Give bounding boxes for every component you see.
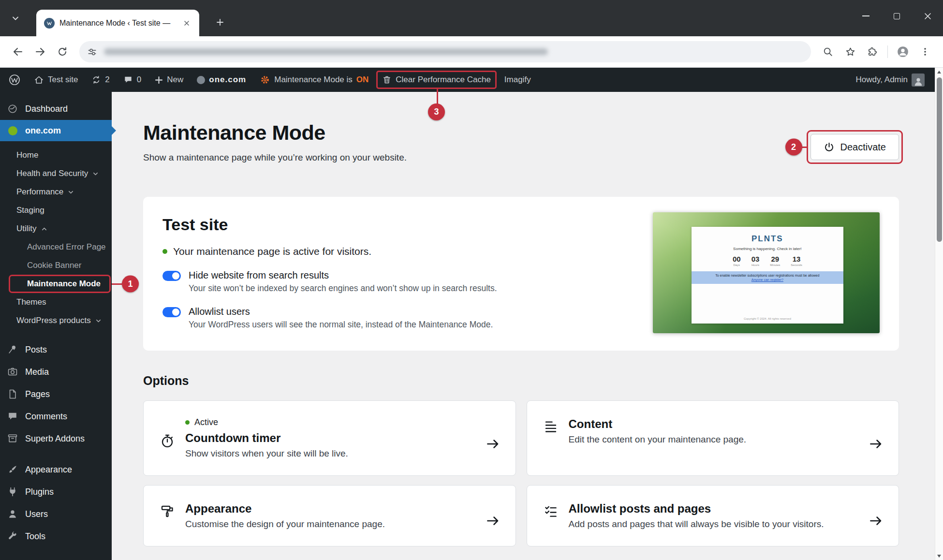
- minimize-button[interactable]: [850, 0, 881, 32]
- new-tab-button[interactable]: [211, 14, 229, 31]
- tab-close-icon[interactable]: [181, 17, 192, 29]
- sidebar-item-performance[interactable]: Performance: [0, 183, 112, 201]
- wp-sidebar: Dashboard one.com Home Health and Securi…: [0, 92, 112, 560]
- onecom-logo-icon: [197, 76, 205, 84]
- site-info-tune-icon[interactable]: [87, 47, 97, 57]
- sidebar-item-plugins[interactable]: Plugins: [0, 481, 112, 503]
- sidebar-item-superb-addons[interactable]: Superb Addons: [0, 427, 112, 450]
- sidebar-item-cookie-banner[interactable]: Cookie Banner: [0, 256, 112, 275]
- extensions-puzzle-icon[interactable]: [861, 41, 884, 63]
- allowlist-users-toggle[interactable]: [162, 307, 181, 317]
- arrow-right-icon: [486, 514, 500, 528]
- sidebar-item-staging[interactable]: Staging: [0, 201, 112, 220]
- address-bar[interactable]: [79, 41, 811, 62]
- option-card-appearance[interactable]: Appearance Customise the design of your …: [143, 485, 516, 546]
- page-title: Maintenance Mode: [143, 121, 899, 145]
- sidebar-item-tools[interactable]: Tools: [0, 525, 112, 547]
- scrollbar[interactable]: [935, 68, 943, 560]
- sidebar-item-posts[interactable]: Posts: [0, 339, 112, 361]
- annotation-circle-2: 2: [785, 139, 802, 156]
- gear-icon: [260, 74, 270, 85]
- sidebar-item-maintenance-mode[interactable]: Maintenance Mode 1: [0, 275, 112, 293]
- plug-icon: [7, 486, 18, 497]
- profile-avatar-icon[interactable]: [892, 41, 914, 63]
- sidebar-item-wordpress-products[interactable]: WordPress products: [0, 311, 112, 330]
- comments-bubble-icon: [7, 411, 18, 422]
- admin-bar-imagify[interactable]: Imagify: [504, 75, 531, 85]
- paint-roller-icon: [160, 504, 175, 530]
- option-card-content[interactable]: Content Edit the content on your mainten…: [527, 400, 899, 476]
- option-card-allowlist-posts-pages[interactable]: Allowlist posts and pages Add posts and …: [527, 485, 899, 546]
- admin-bar-updates[interactable]: 2: [91, 75, 109, 85]
- window-controls: [850, 0, 943, 32]
- bookmark-star-icon[interactable]: [839, 41, 861, 63]
- scrollbar-down-arrow[interactable]: [935, 552, 943, 560]
- preview-brand: PLNTS: [751, 234, 783, 244]
- annotation-line-1: [112, 283, 122, 285]
- admin-bar-new[interactable]: New: [155, 75, 183, 85]
- plus-icon: [155, 76, 163, 84]
- sidebar-item-advanced-error-page[interactable]: Advanced Error Page: [0, 238, 112, 256]
- maximize-button[interactable]: [881, 0, 912, 32]
- sidebar-item-users[interactable]: Users: [0, 503, 112, 525]
- browser-tab[interactable]: Maintenance Mode ‹ Test site —: [36, 10, 199, 36]
- admin-bar-onecom-logo[interactable]: one.com: [197, 75, 246, 85]
- arrow-right-icon: [869, 514, 883, 528]
- options-grid: Active Countdown timer Show visitors whe…: [143, 400, 899, 546]
- sidebar-item-comments[interactable]: Comments: [0, 405, 112, 427]
- sidebar-item-media[interactable]: Media: [0, 361, 112, 383]
- annotation-box-2: [807, 130, 903, 164]
- workspace: Dashboard one.com Home Health and Securi…: [0, 92, 943, 560]
- wp-logo-icon[interactable]: [9, 74, 20, 86]
- toolbar-divider: [887, 45, 888, 58]
- sidebar-item-health-and-security[interactable]: Health and Security: [0, 164, 112, 183]
- browser-menu-kebab-icon[interactable]: [914, 41, 936, 63]
- sidebar-item-onecom[interactable]: one.com: [0, 120, 112, 141]
- admin-bar-site-name[interactable]: Test site: [34, 75, 78, 85]
- tab-title: Maintenance Mode ‹ Test site —: [59, 19, 176, 28]
- preview-panel: PLNTS Something is happening. Check in l…: [692, 227, 843, 324]
- chevron-down-icon: [95, 318, 102, 324]
- sidebar-item-home[interactable]: Home: [0, 146, 112, 164]
- browser-titlebar: Maintenance Mode ‹ Test site —: [0, 0, 943, 36]
- admin-bar-maintenance-status[interactable]: Maintenance Mode is ON: [260, 74, 368, 85]
- sidebar-item-dashboard[interactable]: Dashboard: [0, 98, 112, 120]
- sidebar-item-themes[interactable]: Themes: [0, 293, 112, 311]
- admin-bar-comments[interactable]: 0: [123, 75, 141, 85]
- annotation-line-2: [802, 147, 807, 148]
- scrollbar-up-arrow[interactable]: [935, 68, 943, 76]
- zoom-icon[interactable]: [817, 41, 839, 63]
- box-icon: [7, 433, 18, 444]
- sidebar-item-appearance[interactable]: Appearance: [0, 458, 112, 481]
- document-icon: [7, 389, 18, 399]
- sidebar-item-utility[interactable]: Utility: [0, 220, 112, 238]
- hide-from-search-toggle[interactable]: [162, 271, 181, 281]
- paintbrush-icon: [7, 464, 18, 475]
- preview-tagline: Something is happening. Check in later!: [733, 247, 801, 251]
- reload-icon[interactable]: [51, 41, 74, 63]
- chevron-up-icon: [41, 226, 47, 232]
- deactivate-button[interactable]: Deactivate 2: [810, 134, 899, 160]
- sidebar-item-pages[interactable]: Pages: [0, 383, 112, 405]
- tab-search-chevron-icon[interactable]: [12, 15, 19, 22]
- option-card-countdown-timer[interactable]: Active Countdown timer Show visitors whe…: [143, 400, 516, 476]
- allowlist-users-row: Allowlist users Your WordPress users wil…: [162, 306, 598, 330]
- updates-icon: [91, 75, 101, 85]
- annotation-line-3: [437, 89, 438, 104]
- stopwatch-icon: [160, 434, 175, 459]
- scrollbar-thumb[interactable]: [937, 77, 942, 242]
- onecom-green-icon: [7, 126, 18, 135]
- annotation-circle-1: 1: [122, 276, 139, 293]
- back-icon[interactable]: [7, 41, 29, 63]
- arrow-right-icon: [869, 437, 883, 451]
- url-redacted-text: [104, 48, 548, 55]
- admin-bar-account[interactable]: Howdy, Admin: [856, 74, 925, 87]
- checklist-icon: [544, 504, 558, 530]
- close-window-button[interactable]: [912, 0, 943, 32]
- text-lines-icon: [544, 419, 558, 459]
- admin-bar-clear-performance-cache[interactable]: Clear Performance Cache 3: [382, 75, 491, 85]
- wp-admin-bar: Test site 2 0 New one.com Maintenance Mo…: [0, 68, 943, 92]
- hide-from-search-row: Hide website from search results Your si…: [162, 270, 598, 294]
- maintenance-page-preview: PLNTS Something is happening. Check in l…: [653, 212, 880, 333]
- forward-icon[interactable]: [29, 41, 51, 63]
